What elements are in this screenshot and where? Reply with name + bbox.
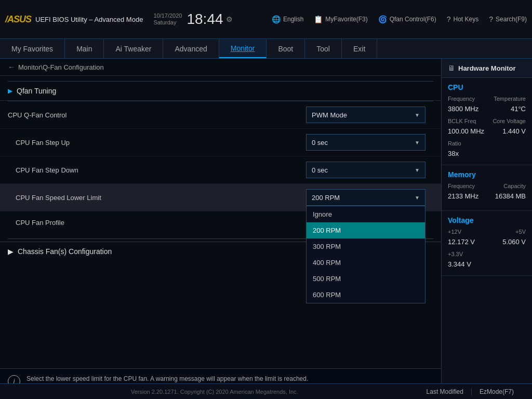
cpu-section-title: CPU [448, 83, 526, 91]
option-400rpm[interactable]: 400 RPM [307, 255, 425, 271]
option-500rpm[interactable]: 500 RPM [307, 271, 425, 287]
asus-logo: /ASUS [5, 14, 31, 25]
cpu-qfan-control-value: PWM Mode [312, 111, 347, 119]
dropdown-arrow-icon-2: ▼ [415, 140, 420, 145]
option-ignore[interactable]: Ignore [307, 206, 425, 222]
cpu-temperature-key: Temperature [494, 96, 526, 102]
cpu-fan-step-down-value: 0 sec [312, 166, 328, 174]
section-content: ▶ Qfan Tuning CPU Q-Fan Control PWM Mode… [0, 76, 441, 266]
option-200rpm[interactable]: 200 RPM [307, 222, 425, 238]
cpu-fan-step-up-btn[interactable]: 0 sec ▼ [306, 134, 425, 151]
language-label: English [283, 16, 303, 23]
option-600rpm[interactable]: 600 RPM [307, 287, 425, 303]
hardware-monitor-title: Hardware Monitor [458, 64, 516, 72]
cpu-fan-step-up-label: CPU Fan Step Up [8, 139, 306, 147]
hardware-monitor-sidebar: 🖥 Hardware Monitor CPU Frequency Tempera… [441, 59, 532, 399]
cpu-core-voltage-val: 1.440 V [502, 127, 526, 135]
tab-boot[interactable]: Boot [267, 39, 305, 58]
qfan-icon: 🌀 [378, 15, 387, 23]
tab-exit[interactable]: Exit [342, 39, 377, 58]
memory-section: Memory Frequency Capacity 2133 MHz 16384… [442, 165, 532, 211]
cpu-fan-step-down-dropdown[interactable]: 0 sec ▼ [306, 162, 425, 178]
tab-monitor[interactable]: Monitor [219, 39, 267, 58]
cpu-ratio-key: Ratio [448, 140, 461, 147]
voltage-5v-val: 5.060 V [502, 238, 526, 246]
cpu-qfan-control-dropdown[interactable]: PWM Mode ▼ [306, 107, 425, 123]
hotkeys-btn[interactable]: ? Hot Keys [447, 15, 478, 23]
cpu-fan-step-up-value: 0 sec [312, 139, 328, 147]
ez-mode-btn[interactable]: EzMode(F7) [472, 388, 522, 395]
cpu-qfan-control-row: CPU Q-Fan Control PWM Mode ▼ [0, 101, 441, 129]
search-icon: ? [489, 15, 493, 23]
cpu-frequency-row: Frequency Temperature [448, 96, 526, 102]
language-btn[interactable]: 🌐 English [272, 15, 303, 23]
memory-section-title: Memory [448, 170, 526, 179]
dropdown-arrow-icon: ▼ [415, 112, 420, 118]
cpu-fan-step-up-dropdown[interactable]: 0 sec ▼ [306, 134, 425, 151]
hotkeys-label: Hot Keys [453, 16, 478, 23]
cpu-bclk-val-row: 100.00 MHz 1.440 V [448, 127, 526, 137]
voltage-12v-key: +12V [448, 229, 461, 235]
myfavorite-icon: 📋 [314, 15, 323, 23]
back-arrow-icon[interactable]: ← [8, 63, 15, 71]
day-text: Saturday [153, 19, 182, 26]
time-display: 18:44 [187, 11, 223, 28]
qfan-tuning-label: Qfan Tuning [17, 87, 56, 95]
cpu-temperature-val: 41°C [511, 105, 526, 113]
memory-capacity-key: Capacity [503, 183, 526, 189]
voltage-12v-row: +12V +5V [448, 229, 526, 235]
cpu-fan-speed-lower-limit-value: 200 RPM [312, 194, 340, 202]
datetime: 10/17/2020 Saturday 18:44 ⚙ [153, 11, 232, 28]
header: /ASUS UEFI BIOS Utility – Advanced Mode … [0, 0, 532, 39]
voltage-5v-key: +5V [515, 229, 526, 235]
voltage-33v-key: +3.3V [448, 251, 463, 257]
header-center: 10/17/2020 Saturday 18:44 ⚙ [143, 11, 272, 28]
cpu-fan-speed-lower-limit-btn[interactable]: 200 RPM ▼ [306, 189, 425, 206]
last-modified-btn[interactable]: Last Modified [419, 388, 472, 395]
cpu-ratio-row: Ratio [448, 140, 526, 147]
date-text: 10/17/2020 [153, 12, 182, 19]
monitor-icon: 🖥 [448, 64, 455, 72]
cpu-bclk-key: BCLK Freq [448, 118, 476, 124]
voltage-33v-val: 3.344 V [448, 260, 526, 268]
myfavorite-label: MyFavorite(F3) [325, 16, 367, 23]
breadcrumb-text: Monitor\Q-Fan Configuration [18, 63, 104, 71]
content-area: ← Monitor\Q-Fan Configuration ▶ Qfan Tun… [0, 59, 441, 399]
cpu-frequency-val-row: 3800 MHz 41°C [448, 105, 526, 115]
cpu-ratio-val: 38x [448, 150, 526, 157]
voltage-33v-row: +3.3V [448, 251, 526, 257]
cpu-fan-step-down-label: CPU Fan Step Down [8, 166, 306, 174]
tab-advanced[interactable]: Advanced [163, 39, 219, 58]
memory-frequency-val: 2133 MHz [448, 192, 478, 200]
dropdown-arrow-icon-3: ▼ [415, 167, 420, 173]
bottom-bar: Version 2.20.1271. Copyright (C) 2020 Am… [0, 383, 532, 399]
hotkeys-icon: ? [447, 15, 451, 23]
cpu-qfan-control-btn[interactable]: PWM Mode ▼ [306, 107, 425, 123]
tab-ai-tweaker[interactable]: Ai Tweaker [104, 39, 163, 58]
gear-icon[interactable]: ⚙ [226, 15, 233, 23]
cpu-fan-step-down-btn[interactable]: 0 sec ▼ [306, 162, 425, 178]
voltage-12v-val: 12.172 V [448, 238, 475, 246]
voltage-section-title: Voltage [448, 216, 526, 224]
search-btn[interactable]: ? Search(F9) [489, 15, 527, 23]
option-300rpm[interactable]: 300 RPM [307, 238, 425, 255]
tab-tool[interactable]: Tool [305, 39, 342, 58]
speed-limit-dropdown-menu: Ignore 200 RPM 300 RPM 400 RPM 500 RPM 6… [306, 206, 425, 303]
tab-my-favorites[interactable]: My Favorites [0, 39, 65, 58]
dropdown-arrow-icon-4: ▼ [415, 195, 420, 201]
logo-area: /ASUS UEFI BIOS Utility – Advanced Mode [5, 14, 143, 25]
expand-icon: ▶ [8, 87, 12, 95]
myfavorite-btn[interactable]: 📋 MyFavorite(F3) [314, 15, 367, 23]
search-label: Search(F9) [496, 16, 527, 23]
breadcrumb: ← Monitor\Q-Fan Configuration [0, 59, 441, 76]
cpu-bclk-row: BCLK Freq Core Voltage [448, 118, 526, 124]
qfan-control-btn[interactable]: 🌀 Qfan Control(F6) [378, 15, 436, 23]
cpu-core-voltage-key: Core Voltage [493, 118, 526, 124]
main-layout: ← Monitor\Q-Fan Configuration ▶ Qfan Tun… [0, 59, 532, 399]
version-text: Version 2.20.1271. Copyright (C) 2020 Am… [10, 389, 419, 395]
tab-main[interactable]: Main [65, 39, 104, 58]
qfan-tuning-row[interactable]: ▶ Qfan Tuning [0, 82, 441, 101]
cpu-qfan-control-label: CPU Q-Fan Control [8, 111, 306, 119]
cpu-fan-speed-lower-limit-dropdown[interactable]: 200 RPM ▼ Ignore 200 RPM 300 RPM 400 RPM… [306, 189, 425, 206]
chassis-fan-label: Chassis Fan(s) Configuration [18, 247, 112, 256]
